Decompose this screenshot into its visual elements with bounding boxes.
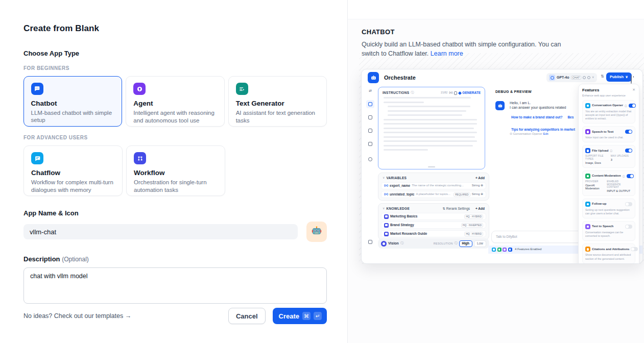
description-label: Description (Optional) [23, 255, 327, 263]
toggle-on [625, 149, 632, 153]
resolution-high-chip: High [459, 240, 472, 247]
chevron-down-icon: ∨ [592, 76, 594, 80]
app-icon-picker[interactable] [306, 222, 327, 242]
debug-preview-label: DEBUG & PREVIEW [495, 90, 532, 94]
vision-capability-icon [587, 76, 590, 79]
edit-link: Edit [543, 132, 548, 135]
chatbot-icon [31, 83, 43, 95]
dataset-icon [384, 223, 389, 228]
page-title: Create from Blank [23, 23, 327, 34]
for-beginners-label: FOR BEGINNERS [23, 65, 327, 71]
suggested-question: Tips for analyzing competitors in market [511, 123, 579, 133]
add-knowledge-button: + Add [475, 207, 485, 211]
code-icon: {x} [449, 91, 452, 95]
speech-mini-icon [503, 248, 507, 252]
model-selector: GPT-4o CHAT ∨ [546, 73, 597, 82]
app-type-card-chatflow[interactable]: Chatflow Workflow for complex multi-turn… [23, 145, 123, 196]
bot-greeting: Hello, I am L. I can answer your questio… [510, 101, 579, 110]
variables-label: VARIABLES [386, 176, 407, 180]
create-app-dialog: Create from Blank Choose App Type FOR BE… [0, 0, 644, 343]
app-type-desc: Orchestration for single-turn automation… [134, 179, 218, 194]
sparkle-icon [458, 91, 462, 95]
folder-icon [585, 148, 590, 153]
knowledge-panel: ∨ KNOWLEDGE ⇅ Rerank Settings + Add Mark… [378, 203, 489, 240]
app-type-card-text-generator[interactable]: Text Generator AI assistant for text gen… [228, 76, 327, 127]
feature-citations: Citations and Attributions Show source d… [582, 243, 635, 263]
features-enabled-count: 4 Features Enabled [515, 248, 541, 252]
app-type-name: Text Generator [236, 100, 319, 107]
app-type-card-workflow[interactable]: Workflow Orchestration for single-turn a… [126, 145, 225, 196]
robot-emoji-icon [311, 226, 323, 238]
publish-button: Publish∨ [606, 72, 632, 82]
vision-icon [381, 241, 387, 247]
app-name-input[interactable] [23, 224, 298, 239]
rail-orchestrate-icon [366, 100, 374, 108]
app-type-card-agent[interactable]: Agent Intelligent agent with reasoning a… [126, 76, 224, 127]
history-icon [631, 75, 632, 84]
info-icon: ⓘ [400, 241, 403, 246]
text-generator-icon [236, 83, 248, 95]
app-type-desc: AI assistant for text generation tasks [236, 109, 319, 125]
feature-speech-to-text: Speech to Text Voice input can be used i… [582, 126, 635, 142]
toggle-on [627, 174, 634, 178]
retrieval-badge: HQ · HYBRID [464, 232, 483, 236]
instructions-label: INSTRUCTIONS [383, 91, 409, 95]
info-icon: ⓘ [455, 241, 458, 246]
beginner-app-type-cards: Chatbot LLM-based chatbot with simple se… [23, 76, 327, 127]
dataset-icon [384, 232, 389, 236]
chevron-down-icon: ∨ [383, 207, 385, 211]
create-from-blank-panel: Create from Blank Choose App Type FOR BE… [0, 0, 347, 343]
feature-file-upload: File Upload ⓘ SUPPORT FILE TYPESImage, D… [582, 145, 635, 167]
opener-icon: ⊙ [510, 132, 512, 135]
workflow-icon [134, 152, 146, 164]
variable-row: {x} unrelated_topic A placeholder for to… [381, 191, 486, 198]
chevron-down-icon: ∨ [625, 75, 628, 79]
speaker-icon [585, 224, 590, 229]
vision-setting-row: Vision ⓘ RESOLUTION ⓘ High Low [378, 238, 489, 249]
rail-image-icon [366, 113, 374, 121]
rail-document-icon [366, 127, 374, 135]
citation-icon [585, 247, 590, 252]
resize-handle [428, 166, 435, 167]
microphone-icon [585, 129, 590, 134]
generate-button: GENERATE [459, 91, 481, 95]
resolution-label: RESOLUTION [434, 242, 453, 246]
orchestrate-title: Orchestrate [384, 75, 416, 82]
app-type-name: Chatflow [31, 169, 115, 177]
bot-avatar [495, 101, 505, 110]
advanced-app-type-cards: Chatflow Workflow for complex multi-turn… [23, 145, 327, 196]
feature-text-to-speech: Text to Speech Conversation messages can… [582, 221, 635, 241]
preview-heading: CHATBOT [362, 28, 630, 36]
conversation-opener-row: ⊙ Conversation Opener Edit [510, 132, 548, 136]
toggle-on [625, 130, 632, 134]
app-type-name: Chatbot [31, 100, 115, 107]
feature-conversation-opener: Conversation Opener ⓘ You are an entity … [582, 100, 635, 124]
check-templates-link[interactable]: No ideas? Check out our templates → [23, 312, 131, 320]
app-type-card-chatbot[interactable]: Chatbot LLM-based chatbot with simple se… [23, 76, 122, 127]
app-type-desc: Workflow for complex multi-turn dialogue… [31, 179, 115, 194]
app-type-desc: Intelligent agent with reasoning and aut… [133, 109, 217, 125]
dify-app-icon [368, 72, 379, 83]
cancel-button[interactable]: Cancel [228, 308, 266, 324]
toggle-off [625, 202, 632, 206]
chatbot-preview-screenshot: Orchestrate GPT-4o CHAT ∨ ⇅ Publish∨ ⇄ [361, 69, 643, 264]
toggle-off [625, 225, 632, 229]
app-type-preview-panel: CHATBOT Quickly build an LLM-based chatb… [347, 0, 644, 343]
dataset-icon [384, 214, 389, 219]
shield-check-icon [585, 174, 590, 179]
create-button[interactable]: Create ⌘ ↵ [273, 308, 327, 324]
chatflow-icon [31, 152, 43, 164]
retrieval-badge: HQ · INVERTED [461, 223, 483, 228]
rail-collapse-icon [366, 238, 374, 246]
conversation-opener-mini-icon [492, 248, 496, 252]
copy-icon [454, 91, 457, 95]
rail-help-icon [366, 155, 374, 163]
resolution-low-chip: Low [474, 240, 486, 247]
app-name-label: App Name & Icon [23, 209, 327, 217]
for-advanced-users-label: FOR ADVANCED USERS [23, 135, 327, 140]
description-textarea[interactable]: chat with vllm model [23, 267, 327, 304]
close-icon: ✕ [632, 88, 635, 92]
variable-row: {x} expert_name The name of the strategi… [381, 182, 486, 189]
retrieval-badge: HQ · HYBRID [464, 214, 483, 219]
required-badge: REQUIRED [454, 192, 470, 197]
